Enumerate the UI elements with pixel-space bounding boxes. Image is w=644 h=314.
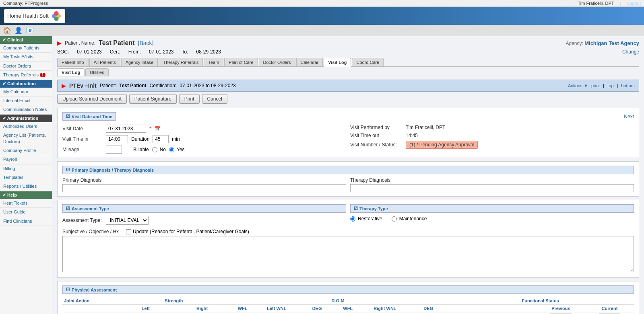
visit-date-input[interactable] — [106, 125, 146, 133]
update-checkbox[interactable] — [126, 229, 131, 234]
physical-table: Joint Action Strength R.O.M. Functional … — [62, 297, 634, 314]
tab-plan-of-care[interactable]: Plan of Care — [224, 58, 258, 66]
hip-header-row: HIP Bed Mobility 12345 MinModMaxID — [62, 312, 634, 314]
subjective-textarea[interactable] — [62, 236, 634, 272]
tab-calendar[interactable]: Calendar — [296, 58, 323, 66]
assessment-type-header: ☑ Assessment Type — [62, 204, 346, 213]
visit-date-left: Visit Date * 📅 Visit Time in Duration mi… — [62, 125, 346, 154]
cert-from: 07-01-2023 — [149, 49, 173, 55]
sidebar-item-my-calendar[interactable]: My Calendar — [0, 88, 52, 96]
restorative-radio[interactable]: Restorative — [350, 216, 382, 222]
visit-cert-dates: 07-01-2023 to 08-29-2023 — [180, 83, 235, 88]
current-header: Current — [585, 305, 634, 312]
action-buttons: Upload Scanned Document Patient Signatur… — [57, 94, 639, 104]
mileage-label: Mileage — [62, 147, 103, 152]
soc-label: SOC: — [57, 49, 69, 55]
tab-coord-care[interactable]: Coord Care — [352, 58, 384, 66]
sidebar-item-company-profile[interactable]: Company Profile — [0, 146, 52, 155]
print-button[interactable]: Print — [179, 94, 200, 104]
duration-input[interactable] — [153, 135, 169, 143]
change-link[interactable]: Change — [622, 49, 639, 55]
visit-number-row: Visit Number / Status: (1) / Pending Age… — [350, 141, 634, 149]
therapy-diag-input[interactable] — [350, 184, 634, 192]
print-link[interactable]: print — [591, 83, 600, 88]
sidebar-item-templates[interactable]: Templates — [0, 173, 52, 182]
tab-agency-intake[interactable]: Agency Intake — [121, 58, 158, 66]
signature-button[interactable]: Patient Signature — [129, 94, 177, 104]
logout-link[interactable]: Logout — [627, 1, 641, 6]
patient-header: ▶ Patient Name: Test Patient [Back] Agen… — [57, 39, 639, 47]
next-link[interactable]: Next — [624, 114, 634, 119]
sidebar-item-comm-notes[interactable]: Communication Notes — [0, 105, 52, 114]
mileage-input[interactable] — [106, 146, 122, 154]
sidebar-item-agency-list[interactable]: Agency List (Patients, Doctors) — [0, 131, 52, 146]
back-link[interactable]: [Back] — [138, 40, 154, 46]
update-checkbox-label[interactable]: Update (Reason for Referral, Patient/Car… — [126, 229, 249, 234]
joint-action-sub — [62, 305, 118, 312]
calendar-icon[interactable]: 📅 — [155, 126, 161, 131]
main-layout: ✔ Clinical Company Patients My Tasks/Vis… — [0, 36, 644, 314]
performed-by-value: Tim Fraticelli, DPT — [406, 125, 445, 130]
assessment-type-title: Assessment Type — [72, 206, 109, 211]
billable-no-label: No — [160, 147, 166, 152]
window-title: Company: PTProgress — [3, 1, 48, 6]
actions-dropdown[interactable]: Actions ▼ — [568, 83, 588, 88]
app-name: Home Health Soft — [7, 13, 49, 19]
top-link[interactable]: top — [607, 83, 613, 88]
sidebar-item-company-patients[interactable]: Company Patients — [0, 44, 52, 53]
tab-therapy-referrals[interactable]: Therapy Referrals — [159, 58, 203, 66]
maintenance-radio[interactable]: Maintenance — [392, 216, 427, 222]
visit-number-label: Visit Number / Status: — [350, 142, 402, 148]
sidebar-item-doctor-orders[interactable]: Doctor Orders — [0, 62, 52, 71]
cert-from-label: From: — [128, 49, 141, 55]
sidebar-item-internal-email[interactable]: Internal Email — [0, 96, 52, 105]
sidebar-item-authorized-users[interactable]: Authorized Users — [0, 122, 52, 131]
sidebar-item-my-tasks[interactable]: My Tasks/Visits — [0, 53, 52, 62]
toolbar-icon-3[interactable]: 📧 — [26, 27, 34, 34]
assessment-type-select[interactable]: INITIAL EVAL FOLLOW UP DISCHARGE — [106, 216, 149, 225]
sub-tab-visit-log[interactable]: Visit Log — [57, 68, 85, 76]
billable-no-radio[interactable]: No — [152, 147, 166, 152]
sidebar-section-collaboration[interactable]: ✔ Collaboration — [0, 80, 52, 88]
upload-button[interactable]: Upload Scanned Document — [57, 94, 127, 104]
toolbar-icon-1[interactable]: 🏠 — [3, 27, 11, 34]
sidebar-item-billing[interactable]: Billing — [0, 164, 52, 173]
time-out-value: 14:45 — [406, 133, 418, 138]
visit-patient-name: Test Patient — [119, 83, 146, 88]
assessment-two-col: ☑ Assessment Type Assessment Type: INITI… — [62, 204, 634, 225]
toolbar-icon-2[interactable]: 👤 — [14, 27, 23, 34]
sidebar-section-help[interactable]: ✔ Help — [0, 191, 52, 199]
sub-tab-utilities[interactable]: Utilities — [85, 68, 108, 76]
primary-diag-label: Primary Diagnosis — [62, 177, 346, 183]
cancel-button[interactable]: Cancel — [202, 94, 227, 104]
sidebar-section-admin[interactable]: ✔ Administration — [0, 115, 52, 122]
sidebar-item-find-clinicians[interactable]: Find Clinicians — [0, 217, 52, 226]
time-out-label: Visit Time out — [350, 133, 402, 138]
bottom-link[interactable]: bottom — [621, 83, 635, 88]
maintenance-label: Maintenance — [399, 216, 427, 222]
tab-doctor-orders[interactable]: Doctor Orders — [259, 58, 295, 66]
visit-time-input[interactable] — [106, 135, 128, 143]
sidebar-item-payroll[interactable]: Payroll — [0, 155, 52, 164]
primary-diag-input[interactable] — [62, 184, 346, 192]
billable-yes-radio[interactable]: Yes — [169, 147, 185, 152]
sidebar-item-heat-tickets[interactable]: Heat Tickets — [0, 199, 52, 208]
visit-status-badge: (1) / Pending Agency Approval — [406, 141, 478, 149]
sidebar-section-clinical[interactable]: ✔ Clinical — [0, 36, 52, 44]
sub-tabs-bar: Visit Log Utilities — [57, 68, 639, 76]
tab-all-patients[interactable]: All Patients — [89, 58, 120, 66]
tab-visit-log[interactable]: Visit Log — [324, 58, 351, 67]
tab-team[interactable]: Team — [204, 58, 223, 66]
tab-patient-info[interactable]: Patient Info — [57, 58, 89, 66]
logo-icon — [51, 10, 62, 22]
wfl-right-header: WFL — [336, 305, 360, 312]
sidebar-item-therapy-referrals[interactable]: Therapy Referrals1 — [0, 71, 52, 80]
visit-date-section-title: Visit Date and Time — [72, 114, 112, 119]
visit-cert-label: Certification: — [150, 83, 177, 88]
assessment-section: ☑ Assessment Type Assessment Type: INITI… — [57, 200, 639, 278]
visit-patient-label: Patient: — [100, 83, 116, 88]
subjective-area: Subjective / Objective / Hx Update (Reas… — [62, 229, 634, 273]
sidebar-item-reports[interactable]: Reports / Utilities — [0, 182, 52, 191]
sidebar-item-user-guide[interactable]: User Guide — [0, 208, 52, 217]
sidebar: ✔ Clinical Company Patients My Tasks/Vis… — [0, 36, 52, 314]
